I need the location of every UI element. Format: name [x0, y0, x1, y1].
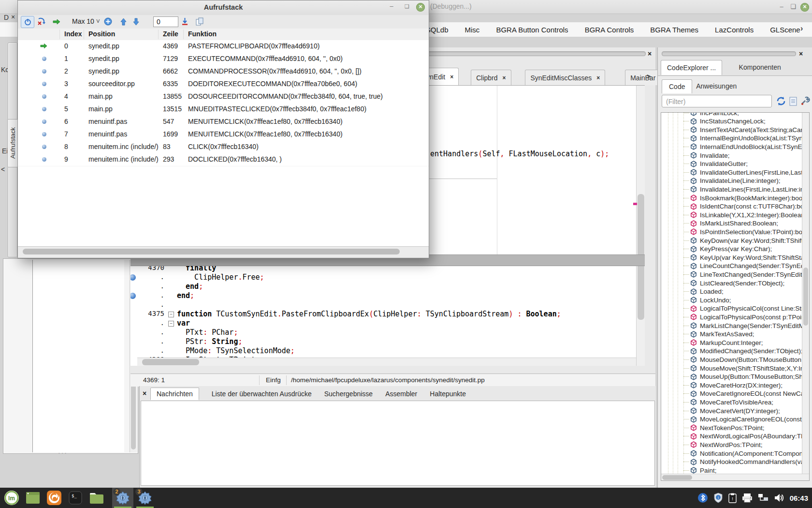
- disable-break-icon[interactable]: [37, 16, 46, 27]
- tree-item[interactable]: IsBookmark(BookMark:integer):boo: [661, 194, 809, 202]
- launcher-desktop-icon[interactable]: [24, 490, 42, 506]
- messages-tab-liste[interactable]: Liste der überwachten Ausdrücke: [212, 390, 312, 398]
- palette-tab-bgra-themes[interactable]: BGRA Themes: [650, 26, 698, 34]
- window-button-lazarus-3[interactable]: 3: [134, 488, 156, 508]
- more-frames-icon[interactable]: [104, 16, 112, 27]
- callstack-row[interactable]: 6menuintf.pas547MENUITEMCLICK(0x7fffeac1…: [18, 116, 429, 129]
- document-icon[interactable]: [789, 97, 797, 106]
- callstack-restore-button[interactable]: ❏: [403, 2, 411, 11]
- breakpoint-icon[interactable]: [130, 274, 136, 281]
- window-button-lazarus-2[interactable]: 2: [112, 488, 133, 508]
- code-line[interactable]: var: [177, 319, 190, 328]
- code-line[interactable]: PTxt: PChar;: [177, 328, 238, 337]
- callstack-row[interactable]: 3sourceeditor.pp6335DOEDITOREXECUTECOMMA…: [18, 78, 429, 91]
- breakpoint-icon[interactable]: [130, 293, 136, 299]
- col-function[interactable]: Funktion: [188, 30, 217, 38]
- tray-printer-icon[interactable]: [742, 493, 753, 503]
- copy-icon[interactable]: [196, 16, 204, 27]
- tab-close-icon[interactable]: ×: [503, 75, 506, 81]
- mode-tab-anweisungen[interactable]: Anweisungen: [693, 79, 740, 93]
- tree-item[interactable]: LockUndo;: [661, 296, 809, 304]
- tree-item[interactable]: IsLinkable(Y,X1,X2:Integer):Boolean: [661, 210, 809, 219]
- code-line[interactable]: ClipHelper.Free;: [177, 273, 264, 282]
- tree-item[interactable]: LogicalToPhysicalCol(const Line:Stri: [661, 304, 809, 313]
- code-line[interactable]: function TCustomSynEdit.PasteFromClipboa…: [177, 310, 561, 318]
- messages-tab-assembler[interactable]: Assembler: [385, 390, 417, 398]
- messages-tab-haltepunkte[interactable]: Haltepunkte: [430, 390, 466, 398]
- tree-item[interactable]: MoveCaretHorz(DX:integer);: [661, 381, 809, 389]
- tree-item[interactable]: IncPaintLock;: [661, 112, 809, 117]
- right-dock-handle[interactable]: [662, 51, 796, 56]
- palette-tab-glscene[interactable]: GLScene: [770, 26, 800, 34]
- messages-close-icon[interactable]: ×: [143, 390, 146, 397]
- tree-item[interactable]: Loaded;: [661, 287, 809, 296]
- tray-network-icon[interactable]: [758, 493, 768, 502]
- tree-item[interactable]: KeyPress(var Key:Char);: [661, 245, 809, 254]
- panel-tab-komponenten[interactable]: Komponenten: [737, 60, 783, 75]
- tree-item[interactable]: IncStatusChangeLock;: [661, 117, 809, 126]
- tree-item[interactable]: InvalidateLine(Line:integer);: [661, 177, 809, 185]
- col-line[interactable]: Zeile: [163, 30, 178, 38]
- panel-tab-codeexplorer[interactable]: CodeExplorer ...: [661, 60, 722, 75]
- code-line[interactable]: end;: [177, 291, 194, 300]
- tab-close-icon[interactable]: ×: [596, 75, 600, 81]
- main-minimize-button[interactable]: –: [777, 3, 786, 12]
- editor-tab-clipbrd[interactable]: Clipbrd×: [471, 70, 511, 85]
- tree-item[interactable]: NextWordLogicalPos(ABoundary:TL: [661, 432, 809, 441]
- tree-item[interactable]: InternalEndUndoBlock(aList:TSynE: [661, 142, 809, 151]
- power-icon[interactable]: [21, 16, 34, 28]
- splitter-grip[interactable]: ···: [58, 449, 68, 457]
- tray-shield-icon[interactable]: i: [713, 493, 723, 503]
- callstack-row[interactable]: 9menuitem.inc (include/)293DOCLICKED(0x7…: [18, 153, 429, 166]
- callstack-table-header[interactable]: Index Position Zeile Funktion: [18, 29, 429, 41]
- tree-item[interactable]: InvalidateGutter;: [661, 160, 809, 168]
- launcher-firefox-icon[interactable]: [45, 490, 63, 506]
- tree-item[interactable]: ListCleared(Sender:TObject);: [661, 279, 809, 287]
- launcher-files-icon[interactable]: [88, 490, 105, 506]
- tree-item[interactable]: ModifiedChanged(Sender:TObject);: [661, 347, 809, 356]
- main-restore-button[interactable]: ❏: [789, 3, 798, 12]
- palette-tab-misc[interactable]: Misc: [465, 26, 480, 34]
- tree-item[interactable]: MarkTextAsSaved;: [661, 330, 809, 339]
- editor-tab-syneditmiscclasses[interactable]: SynEditMiscClasses×: [525, 70, 605, 85]
- tree-item[interactable]: LineCountChanged(Sender:TSynEdi: [661, 262, 809, 270]
- callstack-row[interactable]: 8menuitem.inc (include/)83CLICK(0x7fffec…: [18, 141, 429, 154]
- right-dock-close-icon[interactable]: ×: [799, 50, 803, 57]
- editor-hscrollbar[interactable]: [137, 358, 636, 366]
- palette-tab-bgra-button-controls[interactable]: BGRA Button Controls: [496, 26, 568, 34]
- palette-overflow-icon[interactable]: ›: [800, 24, 803, 33]
- callstack-row[interactable]: 7menuintf.pas1699MENUITEMCLICK(0x7fffeac…: [18, 128, 429, 141]
- editor-tab-scroll-icon[interactable]: >: [647, 73, 651, 80]
- fold-collapse-icon[interactable]: –: [168, 312, 174, 317]
- tree-item[interactable]: NotifyHookedCommandHandlers(va: [661, 458, 809, 466]
- editor-vscrollbar[interactable]: [636, 86, 645, 366]
- tree-item[interactable]: MoveLogicalCaretIgnoreEOL(const: [661, 415, 809, 424]
- tree-item[interactable]: MoveCaretVert(DY:integer);: [661, 406, 809, 415]
- tree-hscrollbar[interactable]: [661, 474, 809, 481]
- tree-item[interactable]: NextTokenPos:TPoint;: [661, 423, 809, 432]
- callstack-hscrollbar[interactable]: [18, 246, 429, 257]
- frame-index-input[interactable]: 0: [153, 16, 178, 27]
- launcher-mint-menu-icon[interactable]: lm: [3, 490, 20, 506]
- tree-item[interactable]: IsPointInSelection(Value:TPoint):bo: [661, 227, 809, 236]
- taskbar-clock[interactable]: 06:43: [790, 494, 808, 502]
- palette-tab-bgra-controls[interactable]: BGRA Controls: [585, 26, 634, 34]
- tree-item[interactable]: MouseMove(Shift:TShiftState;X,Y:Int: [661, 364, 809, 373]
- fold-collapse-icon[interactable]: –: [168, 321, 174, 327]
- tree-item[interactable]: LineTextChanged(Sender:TSynEditS: [661, 270, 809, 279]
- code-explorer-tree[interactable]: IncPaintLock;IncStatusChangeLock;InsertT…: [661, 112, 810, 481]
- callstack-titlebar[interactable]: Aufrufstack – ❏ ×: [18, 0, 429, 15]
- callstack-row[interactable]: 5main.pp13515MNUEDITPASTECLICKED(0x7fffe…: [18, 103, 429, 116]
- tree-item[interactable]: InternalBeginUndoBlock(aList:TSyn: [661, 134, 809, 143]
- options-wrench-icon[interactable]: [800, 96, 810, 106]
- tree-item[interactable]: MoveCaretToVisibleArea;: [661, 398, 809, 406]
- tree-item[interactable]: MouseUp(Button:TMouseButton;Sh: [661, 373, 809, 381]
- frame-down-icon[interactable]: [133, 16, 139, 27]
- code-line[interactable]: PMode: TSynSelectionMode;: [177, 346, 295, 355]
- callstack-row[interactable]: 1synedit.pp7129EXECUTECOMMAND(0x7fffea4d…: [18, 53, 429, 66]
- col-index[interactable]: Index: [64, 30, 82, 38]
- col-position[interactable]: Position: [88, 30, 115, 38]
- mode-tab-code[interactable]: Code: [662, 79, 692, 93]
- filter-input[interactable]: (Filter): [662, 95, 772, 107]
- tab-close-icon[interactable]: ×: [450, 74, 453, 80]
